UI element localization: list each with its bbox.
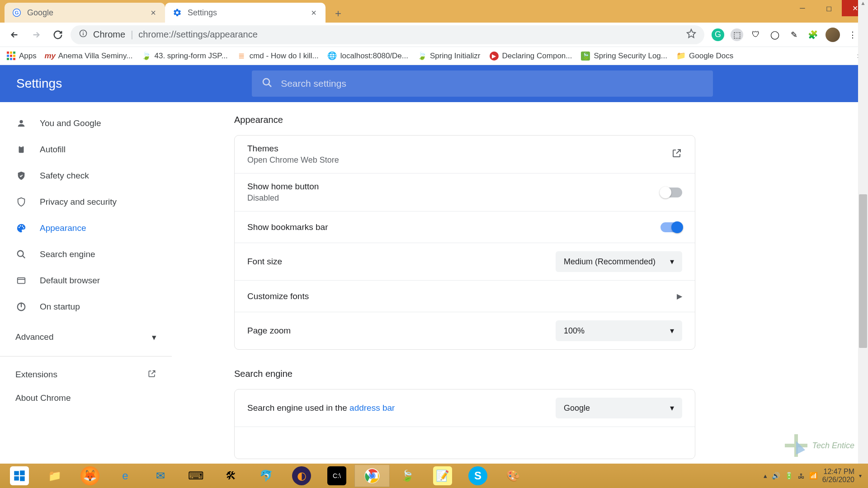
svg-point-13: [18, 251, 24, 257]
extension-icon[interactable]: ⬚: [731, 28, 743, 41]
search-engine-value: Google: [564, 404, 590, 413]
extensions-menu-icon[interactable]: 🧩: [807, 28, 819, 41]
search-settings-input[interactable]: [281, 78, 703, 89]
bookmark-item[interactable]: 🍃43. spring-form JSP...: [142, 52, 227, 61]
windows-taskbar: 📁 🦊 e ✉ ⌨ 🛠 🐬 ◐ C:\ 🍃 📝 S 🎨 ▴ 🔊 🔋 🖧 📶 12…: [0, 464, 868, 488]
sidebar-extensions[interactable]: Extensions: [0, 363, 172, 386]
terminal-icon[interactable]: C:\: [319, 465, 354, 487]
chrome-menu-icon[interactable]: ⋮: [846, 28, 859, 41]
search-engine-dropdown[interactable]: Google▾: [556, 398, 682, 418]
apps-shortcut[interactable]: Apps: [6, 52, 37, 61]
settings-header: Settings: [0, 65, 868, 102]
network-icon[interactable]: 🖧: [798, 472, 805, 480]
maximize-button[interactable]: ◻: [816, 0, 842, 16]
bookmark-item[interactable]: 🍃Spring Initializr: [417, 52, 481, 61]
shield-check-icon: [15, 171, 27, 181]
sidebar-item-privacy[interactable]: Privacy and security: [0, 189, 172, 215]
profile-avatar[interactable]: [826, 28, 840, 42]
home-button-toggle[interactable]: [660, 188, 682, 197]
tray-clock[interactable]: 12:47 PM 6/26/2020: [822, 468, 854, 484]
bookmark-item[interactable]: myAnema Villa Seminy...: [46, 52, 133, 61]
bookmarks-bar: Apps myAnema Villa Seminy... 🍃43. spring…: [0, 47, 868, 65]
tab-title: Settings: [188, 8, 309, 18]
eclipse-icon[interactable]: ◐: [284, 465, 319, 487]
search-settings[interactable]: [252, 70, 713, 97]
sidebar-item-default-browser[interactable]: Default browser: [0, 267, 172, 294]
sidebar-item-safety-check[interactable]: Safety check: [0, 163, 172, 189]
tools-icon[interactable]: 🛠: [213, 465, 249, 487]
address-bar-link[interactable]: address bar: [349, 403, 395, 413]
extensions-label: Extensions: [15, 370, 57, 380]
zoom-label: Page zoom: [247, 326, 291, 336]
wifi-icon[interactable]: 📶: [809, 472, 818, 480]
bookmark-item[interactable]: 📁Google Docs: [676, 52, 733, 61]
extension-icon[interactable]: ◯: [769, 28, 781, 41]
sidebar-label: Autofill: [40, 145, 66, 155]
browser-toolbar: Chrome | chrome://settings/appearance G …: [0, 23, 868, 47]
adblock-icon[interactable]: 🛡: [750, 28, 762, 41]
sidebar-label: Safety check: [40, 171, 89, 181]
volume-icon[interactable]: 🔊: [772, 472, 780, 480]
sticky-notes-icon[interactable]: 📝: [425, 465, 460, 487]
battery-icon[interactable]: 🔋: [785, 472, 793, 480]
paint-icon[interactable]: 🎨: [495, 465, 531, 487]
row-search-engine: Search engine used in the address bar Go…: [235, 389, 695, 427]
site-info-icon[interactable]: [79, 29, 88, 40]
bookmark-star-icon[interactable]: [686, 28, 696, 41]
external-link-icon: [671, 148, 682, 161]
sidebar-item-on-startup[interactable]: On startup: [0, 294, 172, 320]
font-size-dropdown[interactable]: Medium (Recommended)▾: [556, 251, 682, 272]
close-tab-icon[interactable]: ×: [149, 8, 158, 18]
new-tab-button[interactable]: +: [329, 5, 347, 23]
sidebar-item-autofill[interactable]: Autofill: [0, 136, 172, 163]
mail-icon[interactable]: ✉: [143, 465, 178, 487]
grammarly-icon[interactable]: G: [712, 28, 724, 41]
tab-settings[interactable]: Settings ×: [165, 3, 326, 23]
scrollbar-thumb[interactable]: [859, 194, 867, 348]
firefox-icon[interactable]: 🦊: [72, 465, 108, 487]
svg-rect-8: [20, 145, 23, 147]
sidebar-item-appearance[interactable]: Appearance: [0, 215, 172, 241]
mysql-icon[interactable]: 🐬: [249, 465, 284, 487]
scroll-up-icon[interactable]: ▲: [858, 0, 868, 9]
sidebar-label: You and Google: [40, 118, 101, 128]
bookmark-item[interactable]: 🌐localhost:8080/De...: [328, 52, 408, 61]
spring-tool-icon[interactable]: 🍃: [390, 465, 425, 487]
skype-icon[interactable]: S: [460, 465, 495, 487]
svg-point-6: [19, 120, 23, 123]
notifications-icon[interactable]: ▾: [859, 473, 862, 479]
extension-icon[interactable]: ✎: [788, 28, 800, 41]
keyboard-icon[interactable]: ⌨: [178, 465, 213, 487]
address-bar[interactable]: Chrome | chrome://settings/appearance: [71, 25, 704, 44]
shield-icon: [15, 197, 27, 207]
chrome-icon[interactable]: [354, 465, 390, 487]
scrollbar-track[interactable]: ▲ ▼: [858, 0, 868, 488]
file-explorer-icon[interactable]: 📁: [37, 465, 72, 487]
folder-icon: 📁: [676, 52, 685, 61]
bookmark-label: Apps: [19, 52, 37, 61]
sidebar-item-you-and-google[interactable]: You and Google: [0, 110, 172, 136]
tray-chevron-icon[interactable]: ▴: [764, 472, 767, 480]
sidebar-about[interactable]: About Chrome: [0, 386, 172, 410]
home-sub: Disabled: [247, 193, 319, 203]
sidebar-item-search-engine[interactable]: Search engine: [0, 241, 172, 267]
row-themes[interactable]: ThemesOpen Chrome Web Store: [235, 136, 695, 174]
start-button[interactable]: [2, 465, 37, 487]
bookmarks-bar-toggle[interactable]: [660, 222, 682, 232]
settings-title: Settings: [16, 76, 62, 91]
bookmark-item[interactable]: 🍃Spring Security Log...: [581, 52, 667, 61]
home-label: Show home button: [247, 182, 319, 192]
minimize-button[interactable]: ─: [789, 0, 816, 16]
reload-button[interactable]: [49, 26, 67, 44]
page-zoom-dropdown[interactable]: 100%▾: [556, 320, 682, 341]
back-button[interactable]: [5, 26, 24, 44]
bookmark-item[interactable]: ≣cmd - How do I kill...: [237, 52, 319, 61]
tab-google[interactable]: G Google ×: [5, 3, 165, 23]
sidebar-advanced[interactable]: Advanced▾: [0, 324, 172, 350]
close-tab-icon[interactable]: ×: [309, 8, 318, 18]
row-customize-fonts[interactable]: Customize fonts ▶: [235, 281, 695, 312]
forward-button[interactable]: [27, 26, 45, 44]
bookmark-item[interactable]: ▶Declaring Compon...: [490, 52, 572, 61]
ie-icon[interactable]: e: [108, 465, 143, 487]
chevron-down-icon: ▾: [670, 326, 674, 336]
